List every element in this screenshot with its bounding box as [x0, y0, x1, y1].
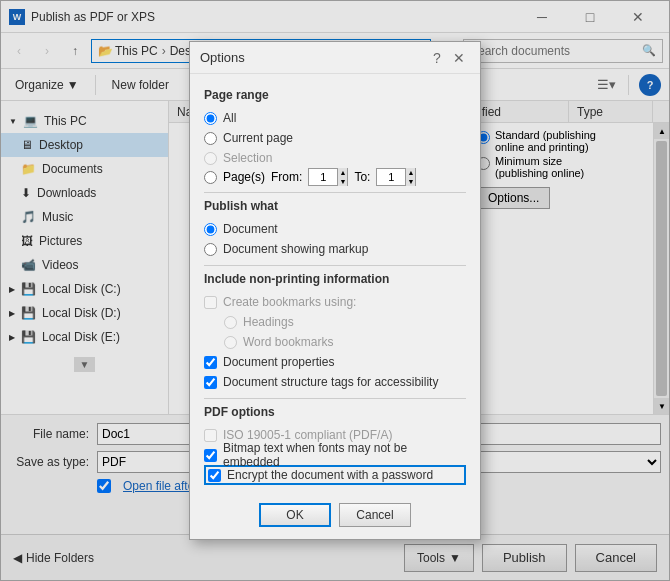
doc-properties-label: Document properties: [223, 355, 334, 369]
iso-label: ISO 19005-1 compliant (PDF/A): [223, 428, 392, 442]
page-range-title: Page range: [204, 88, 466, 102]
radio-markup-row: Document showing markup: [204, 239, 466, 259]
doc-structure-checkbox[interactable]: [204, 376, 217, 389]
radio-markup-label: Document showing markup: [223, 242, 368, 256]
dialog-title-text: Options: [200, 50, 426, 65]
radio-selection-row: Selection: [204, 148, 466, 168]
main-window: W Publish as PDF or XPS ─ □ ✕ ‹ › ↑ 📂 Th…: [0, 0, 670, 581]
word-bookmarks-radio: [224, 336, 237, 349]
doc-properties-row: Document properties: [204, 352, 466, 372]
radio-document[interactable]: [204, 223, 217, 236]
options-dialog: Options ? ✕ Page range All Current page: [189, 41, 481, 540]
bitmap-row: Bitmap text when fonts may not be embedd…: [204, 445, 466, 465]
radio-markup[interactable]: [204, 243, 217, 256]
to-label: To:: [354, 170, 370, 184]
doc-properties-checkbox[interactable]: [204, 356, 217, 369]
dialog-ok-button[interactable]: OK: [259, 503, 331, 527]
from-spinner: ▲ ▼: [308, 168, 348, 186]
radio-current[interactable]: [204, 132, 217, 145]
divider3: [204, 398, 466, 399]
dialog-overlay: Options ? ✕ Page range All Current page: [1, 1, 669, 580]
dialog-body: Page range All Current page Selection: [190, 74, 480, 495]
radio-pages[interactable]: [204, 171, 217, 184]
from-input[interactable]: [309, 169, 337, 185]
encrypt-row: Encrypt the document with a password: [204, 465, 466, 485]
pages-row: Page(s) From: ▲ ▼ To:: [204, 168, 466, 186]
bitmap-label: Bitmap text when fonts may not be embedd…: [223, 441, 466, 469]
radio-all-row: All: [204, 108, 466, 128]
dialog-cancel-button[interactable]: Cancel: [339, 503, 411, 527]
word-bookmarks-row: Word bookmarks: [204, 332, 466, 352]
page-range-group: All Current page Selection Page(s) From:: [204, 108, 466, 186]
radio-selection-label: Selection: [223, 151, 272, 165]
publish-what-title: Publish what: [204, 199, 466, 213]
to-spinner: ▲ ▼: [376, 168, 416, 186]
radio-current-row: Current page: [204, 128, 466, 148]
pdf-options-title: PDF options: [204, 405, 466, 419]
doc-structure-row: Document structure tags for accessibilit…: [204, 372, 466, 392]
radio-all[interactable]: [204, 112, 217, 125]
dialog-title-bar: Options ? ✕: [190, 42, 480, 74]
from-down-btn[interactable]: ▼: [338, 177, 347, 186]
to-up-btn[interactable]: ▲: [406, 168, 415, 177]
include-info-title: Include non-printing information: [204, 272, 466, 286]
radio-document-row: Document: [204, 219, 466, 239]
headings-row: Headings: [204, 312, 466, 332]
create-bookmarks-row: Create bookmarks using:: [204, 292, 466, 312]
dialog-close-button[interactable]: ✕: [448, 47, 470, 69]
dialog-footer: OK Cancel: [190, 495, 480, 539]
divider1: [204, 192, 466, 193]
dialog-help-button[interactable]: ?: [426, 47, 448, 69]
radio-all-label: All: [223, 111, 236, 125]
to-down-btn[interactable]: ▼: [406, 177, 415, 186]
bitmap-checkbox[interactable]: [204, 449, 217, 462]
radio-pages-label: Page(s): [223, 170, 265, 184]
iso-checkbox: [204, 429, 217, 442]
create-bookmarks-checkbox: [204, 296, 217, 309]
headings-label: Headings: [243, 315, 294, 329]
word-bookmarks-label: Word bookmarks: [243, 335, 333, 349]
from-up-btn[interactable]: ▲: [338, 168, 347, 177]
encrypt-checkbox[interactable]: [208, 469, 221, 482]
from-label: From:: [271, 170, 302, 184]
encrypt-label: Encrypt the document with a password: [227, 468, 433, 482]
headings-radio: [224, 316, 237, 329]
to-input[interactable]: [377, 169, 405, 185]
radio-selection: [204, 152, 217, 165]
create-bookmarks-label: Create bookmarks using:: [223, 295, 356, 309]
radio-document-label: Document: [223, 222, 278, 236]
divider2: [204, 265, 466, 266]
radio-current-label: Current page: [223, 131, 293, 145]
doc-structure-label: Document structure tags for accessibilit…: [223, 375, 438, 389]
